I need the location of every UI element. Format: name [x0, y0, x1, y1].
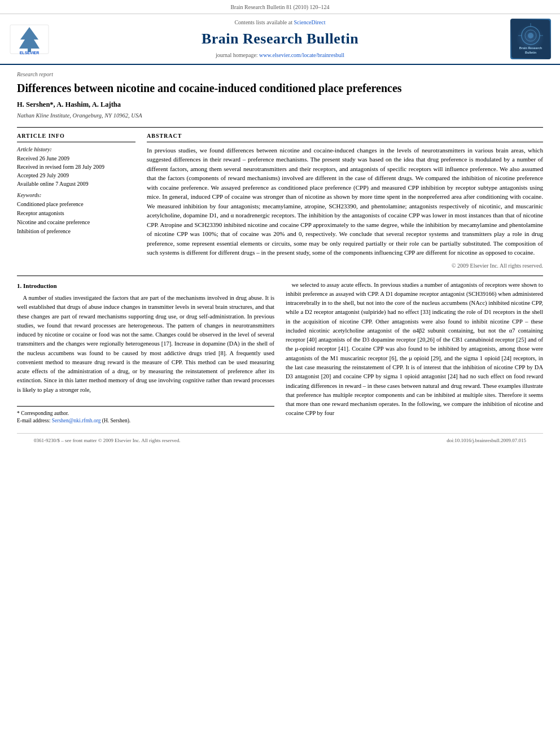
available-date: Available online 7 August 2009	[17, 180, 135, 188]
section-label: Research report	[17, 71, 543, 78]
svg-point-6	[525, 30, 536, 41]
bottom-bar: 0361-9230/$ – see front matter © 2009 El…	[17, 433, 543, 448]
footnote-email: E-mail address: Sershen@nki.rfmh.org (H.…	[17, 417, 274, 425]
keywords-list: Conditioned place preference Receptor an…	[17, 200, 135, 235]
received-date: Received 26 June 2009	[17, 155, 135, 163]
body-text-section: 1. Introduction A number of studies inve…	[17, 281, 543, 425]
svg-text:Bulletin: Bulletin	[525, 51, 537, 54]
keywords-label: Keywords:	[17, 191, 135, 199]
keyword-3: Nicotine and cocaine preference	[17, 219, 135, 226]
abstract-col: Abstract In previous studies, we found d…	[147, 132, 543, 270]
copyright-line: © 2009 Elsevier Inc. All rights reserved…	[147, 262, 543, 270]
article-authors: H. Sershen*, A. Hashim, A. Lajtha	[17, 100, 543, 110]
journal-homepage-link[interactable]: www.elsevier.com/locate/brainresbull	[259, 52, 344, 58]
svg-point-7	[528, 33, 533, 38]
article-title: Differences between nicotine and cocaine…	[17, 81, 543, 95]
body-divider	[17, 276, 543, 276]
article-info-abstract-section: Article Info Article history: Received 2…	[17, 132, 543, 270]
keyword-2: Receptor antagonists	[17, 209, 135, 217]
journal-header: ELSEVIER Contents lists available at Sci…	[0, 14, 560, 65]
body-col-left: 1. Introduction A number of studies inve…	[17, 281, 274, 425]
body-col-right: we selected to assay acute effects. In p…	[286, 281, 543, 425]
journal-title: Brain Research Bulletin	[58, 29, 502, 49]
article-content: Research report Differences between nico…	[0, 65, 560, 459]
accepted-date: Accepted 29 July 2009	[17, 172, 135, 180]
journal-homepage-line: journal homepage: www.elsevier.com/locat…	[58, 51, 502, 59]
svg-text:Brain Research: Brain Research	[519, 46, 542, 50]
keyword-4: Inhibition of preference	[17, 228, 135, 235]
article-affiliation: Nathan Kline Institute, Orangeburg, NY 1…	[17, 112, 543, 120]
page-wrapper: Brain Research Bulletin 81 (2010) 120–12…	[0, 0, 560, 747]
svg-point-5	[522, 27, 540, 45]
journal-center-info: Contents lists available at ScienceDirec…	[58, 19, 502, 59]
elsevier-logo-icon: ELSEVIER	[9, 24, 50, 55]
sciencedirect-line: Contents lists available at ScienceDirec…	[58, 19, 502, 27]
footnote-email-link[interactable]: Sershen@nki.rfmh.org	[52, 418, 101, 423]
intro-col2-text: we selected to assay acute effects. In p…	[286, 281, 543, 418]
history-label: Article history:	[17, 146, 135, 154]
keyword-1: Conditioned place preference	[17, 200, 135, 208]
elsevier-logo-area: ELSEVIER	[7, 19, 52, 59]
abstract-text: In previous studies, we found difference…	[147, 146, 543, 257]
footnote-area: * Corresponding author. E-mail address: …	[17, 406, 274, 425]
article-divider	[17, 127, 543, 128]
received-revised-date: Received in revised form 28 July 2009	[17, 163, 135, 171]
issn-copyright: 0361-9230/$ – see front matter © 2009 El…	[34, 437, 181, 444]
sciencedirect-link[interactable]: ScienceDirect	[294, 19, 325, 25]
article-info-heading: Article Info	[17, 132, 135, 142]
abstract-heading: Abstract	[147, 132, 543, 142]
doi-text: doi:10.1016/j.brainresbull.2009.07.015	[447, 437, 526, 444]
intro-col1-text: A number of studies investigated the fac…	[17, 294, 274, 395]
brb-logo-area: Brain Research Bulletin	[508, 19, 553, 59]
svg-text:ELSEVIER: ELSEVIER	[20, 51, 40, 55]
intro-heading: 1. Introduction	[17, 282, 274, 290]
journal-citation: Brain Research Bulletin 81 (2010) 120–12…	[230, 4, 329, 10]
brb-logo-icon: Brain Research Bulletin	[510, 19, 551, 59]
footnote-star: * Corresponding author.	[17, 410, 274, 417]
journal-citation-bar: Brain Research Bulletin 81 (2010) 120–12…	[0, 0, 560, 14]
article-info-col: Article Info Article history: Received 2…	[17, 132, 135, 270]
